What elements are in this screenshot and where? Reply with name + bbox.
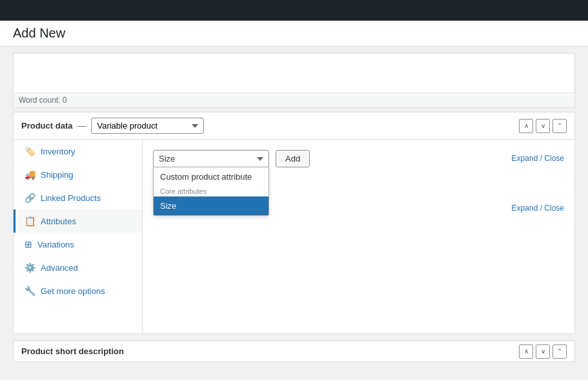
sidebar-item-attributes-label: Attributes	[41, 216, 76, 226]
linked-products-icon: 🔗	[25, 193, 35, 203]
short-description-header: Product short description ∧ ∨ ⌃	[14, 341, 574, 361]
attributes-expand-close-2[interactable]: Expand / Close	[512, 204, 564, 213]
attribute-select-wrapper: Custom product attribute Size Custom pro…	[153, 150, 269, 167]
sidebar-nav: 🏷️ Inventory 🚚 Shipping 🔗 Linked Product…	[14, 140, 143, 333]
attributes-icon: 📋	[25, 216, 35, 226]
editor-content[interactable]	[14, 54, 574, 92]
collapse-up-button[interactable]: ∧	[519, 119, 533, 133]
short-desc-collapse-down-button[interactable]: ∨	[536, 344, 550, 359]
core-attributes-text: Core attributes	[160, 187, 207, 195]
dropdown-item-custom-label: Custom product attribute	[160, 172, 252, 182]
product-data-title: Product data	[21, 121, 72, 131]
sidebar-item-shipping-label: Shipping	[41, 170, 74, 180]
sidebar-item-inventory-label: Inventory	[41, 147, 75, 156]
short-desc-collapse-up-button[interactable]: ∧	[519, 344, 533, 359]
content-area: Word count: 0 Product data — Simple prod…	[0, 47, 588, 368]
sidebar-item-attributes[interactable]: 📋 Attributes	[14, 209, 142, 233]
sidebar-item-linked-products-label: Linked Products	[41, 193, 101, 203]
inventory-icon: 🏷️	[25, 146, 35, 156]
attributes-expand-close[interactable]: Expand / Close	[512, 154, 564, 163]
dropdown-item-custom[interactable]: Custom product attribute	[154, 167, 269, 186]
page-header: Add New	[0, 21, 588, 47]
product-data-dash: —	[77, 121, 86, 131]
product-type-select[interactable]: Simple product Variable product Grouped …	[91, 118, 204, 134]
advanced-icon: ⚙️	[25, 262, 35, 273]
word-count-label: Word count: 0	[19, 96, 66, 105]
sidebar-item-variations-label: Variations	[37, 240, 74, 249]
word-count-bar: Word count: 0	[14, 92, 574, 107]
short-description-icons: ∧ ∨ ⌃	[519, 344, 567, 359]
product-data-body: 🏷️ Inventory 🚚 Shipping 🔗 Linked Product…	[14, 140, 574, 333]
core-attributes-label: Core attributes	[154, 186, 269, 196]
short-desc-expand-button[interactable]: ⌃	[553, 344, 567, 359]
attributes-panel: Custom product attribute Size Custom pro…	[143, 140, 574, 333]
expand-button[interactable]: ⌃	[553, 119, 567, 133]
sidebar-item-advanced-label: Advanced	[41, 263, 78, 273]
short-description-title: Product short description	[21, 346, 124, 356]
dropdown-item-size[interactable]: Size	[154, 196, 269, 215]
product-data-header: Product data — Simple product Variable p…	[14, 112, 574, 140]
get-more-options-icon: 🔧	[25, 286, 35, 296]
attribute-dropdown-menu: Custom product attribute Core attributes…	[153, 167, 269, 216]
attribute-row-1: Custom product attribute Size Custom pro…	[153, 150, 564, 167]
sidebar-item-shipping[interactable]: 🚚 Shipping	[14, 163, 142, 186]
product-data-box: Product data — Simple product Variable p…	[13, 112, 575, 334]
sidebar-item-linked-products[interactable]: 🔗 Linked Products	[14, 186, 142, 209]
sidebar-item-get-more-options[interactable]: 🔧 Get more options	[14, 279, 142, 302]
sidebar-item-get-more-options-label: Get more options	[41, 286, 105, 296]
admin-top-bar	[0, 0, 588, 21]
add-attribute-button[interactable]: Add	[276, 150, 310, 167]
product-data-header-icons: ∧ ∨ ⌃	[519, 119, 567, 133]
attribute-select[interactable]: Custom product attribute Size	[153, 150, 269, 167]
short-description-box: Product short description ∧ ∨ ⌃	[13, 341, 575, 362]
editor-box: Word count: 0	[13, 53, 575, 108]
variations-icon: ⊞	[25, 239, 32, 249]
dropdown-item-size-label: Size	[160, 201, 176, 211]
shipping-icon: 🚚	[25, 169, 35, 180]
product-type-wrapper: Simple product Variable product Grouped …	[91, 118, 204, 134]
collapse-down-button[interactable]: ∨	[536, 119, 550, 133]
sidebar-item-advanced[interactable]: ⚙️ Advanced	[14, 256, 142, 279]
sidebar-item-inventory[interactable]: 🏷️ Inventory	[14, 140, 142, 163]
page-title: Add New	[13, 26, 575, 41]
sidebar-item-variations[interactable]: ⊞ Variations	[14, 233, 142, 256]
